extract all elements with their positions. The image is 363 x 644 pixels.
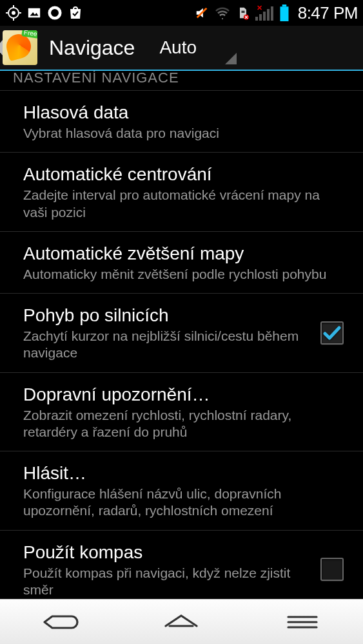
item-subtitle: Zobrazit omezení rychlosti, rychlostní r… <box>23 407 344 441</box>
navigation-bar <box>0 599 363 644</box>
item-title: Hlásit… <box>23 462 344 484</box>
svg-rect-18 <box>267 9 270 21</box>
back-button[interactable] <box>32 607 90 638</box>
use-compass-item[interactable]: Použít kompas Použít kompas při navigaci… <box>0 531 363 600</box>
app-up-button[interactable]: Free <box>3 30 40 65</box>
page-title: Navigace <box>49 36 135 60</box>
item-subtitle: Vybrat hlasová data pro navigaci <box>23 125 344 142</box>
settings-list[interactable]: NASTAVENÍ NAVIGACE Hlasová data Vybrat h… <box>0 71 363 599</box>
action-bar: Free Navigace Auto <box>0 26 363 71</box>
menu-button[interactable] <box>273 607 331 638</box>
mode-spinner[interactable]: Auto <box>159 26 237 70</box>
svg-rect-6 <box>28 8 40 18</box>
item-subtitle: Konfigurace hlášení názvů ulic, dopravní… <box>23 486 344 520</box>
auto-center-item[interactable]: Automatické centrování Zadejte interval … <box>0 153 363 232</box>
traffic-warnings-item[interactable]: Dopravní upozornění… Zobrazit omezení ry… <box>0 373 363 452</box>
item-subtitle: Použít kompas při navigaci, když nelze z… <box>23 565 308 599</box>
svg-text:✕: ✕ <box>257 5 262 12</box>
svg-rect-19 <box>271 6 273 21</box>
item-title: Automatické zvětšení mapy <box>23 242 344 265</box>
item-title: Dopravní upozornění… <box>23 383 344 406</box>
use-compass-checkbox[interactable] <box>320 558 344 581</box>
svg-point-0 <box>12 11 15 15</box>
shopping-icon <box>67 5 84 21</box>
status-time: 8:47 PM <box>298 3 358 23</box>
home-button[interactable] <box>152 607 210 638</box>
image-icon <box>26 5 43 21</box>
app-icon: Free <box>3 30 37 65</box>
wifi-icon <box>214 5 231 21</box>
svg-rect-21 <box>282 5 286 6</box>
item-subtitle: Zachytí kurzor na nejbližší silnici/cest… <box>23 328 308 362</box>
spinner-indicator-icon <box>225 53 237 64</box>
item-title: Pohyb po silnicích <box>23 304 308 327</box>
svg-rect-15 <box>255 17 258 21</box>
battery-icon <box>279 5 290 21</box>
circle-icon <box>46 5 63 21</box>
auto-zoom-item[interactable]: Automatické zvětšení mapy Automaticky mě… <box>0 232 363 294</box>
sim-icon <box>235 5 251 21</box>
status-bar: ✕ 8:47 PM <box>0 0 363 26</box>
voice-data-item[interactable]: Hlasová data Vybrat hlasová data pro nav… <box>0 91 363 153</box>
item-subtitle: Automaticky měnit zvětšení podle rychlos… <box>23 266 344 283</box>
item-subtitle: Zadejte interval pro automatické vrácení… <box>23 187 344 221</box>
mute-icon <box>193 5 210 21</box>
item-title: Hlasová data <box>23 101 344 124</box>
svg-rect-22 <box>280 6 288 21</box>
item-title: Automatické centrování <box>23 163 344 185</box>
gps-icon <box>5 5 22 21</box>
snap-to-road-checkbox[interactable] <box>320 321 344 345</box>
svg-rect-11 <box>241 11 244 13</box>
item-title: Použít kompas <box>23 541 308 564</box>
section-header: NASTAVENÍ NAVIGACE <box>0 71 363 91</box>
announce-item[interactable]: Hlásit… Konfigurace hlášení názvů ulic, … <box>0 451 363 531</box>
snap-to-road-item[interactable]: Pohyb po silnicích Zachytí kurzor na nej… <box>0 294 363 373</box>
signal-icon: ✕ <box>255 5 275 21</box>
svg-rect-16 <box>259 14 262 21</box>
spinner-value: Auto <box>159 37 197 58</box>
svg-rect-17 <box>263 12 266 21</box>
svg-point-8 <box>50 8 61 19</box>
